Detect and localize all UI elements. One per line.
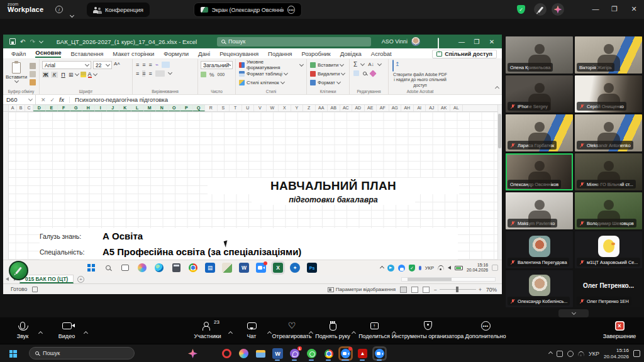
italic-button[interactable]: К bbox=[51, 72, 58, 78]
info-icon[interactable]: i bbox=[55, 6, 63, 13]
format-painter-icon[interactable] bbox=[30, 79, 36, 85]
chat-button[interactable]: Чат bbox=[236, 320, 267, 339]
zoom-app-icon[interactable] bbox=[256, 263, 266, 273]
clock[interactable]: 15:1620.04.2026 bbox=[467, 263, 488, 273]
tab-formulas[interactable]: Формули bbox=[164, 50, 189, 57]
security-shield-icon[interactable]: ✓ bbox=[517, 5, 525, 14]
align-right-icon[interactable]: ≡ bbox=[149, 70, 152, 77]
video-options-chevron[interactable] bbox=[84, 326, 87, 337]
number-format-combo[interactable]: Загальний bbox=[201, 61, 233, 69]
edge-icon[interactable] bbox=[154, 263, 164, 273]
column-header[interactable]: U bbox=[242, 105, 255, 111]
notification-icon[interactable] bbox=[633, 350, 640, 357]
language-indicator[interactable]: УКР bbox=[589, 351, 599, 357]
end-meeting-button[interactable]: × Завершение bbox=[599, 320, 640, 339]
font-color-icon[interactable]: А bbox=[88, 72, 92, 78]
tray-chevron-icon[interactable] bbox=[548, 351, 553, 356]
tray-icon[interactable] bbox=[557, 351, 563, 357]
telegram-icon[interactable] bbox=[387, 265, 394, 272]
column-header[interactable]: C bbox=[25, 105, 33, 111]
zoom-in-icon[interactable]: + bbox=[479, 287, 482, 293]
column-header[interactable]: AJ bbox=[426, 105, 438, 111]
more-participants-button[interactable] bbox=[558, 309, 589, 317]
column-header[interactable]: AE bbox=[365, 105, 377, 111]
insert-function-icon[interactable]: fx bbox=[59, 97, 64, 103]
font-size-combo[interactable]: 22 bbox=[93, 61, 112, 69]
new-sheet-icon[interactable]: + bbox=[77, 276, 84, 283]
conditional-formatting-button[interactable]: Умовне форматування bbox=[239, 61, 303, 69]
copilot-icon[interactable] bbox=[137, 263, 147, 273]
format-as-table-button[interactable]: Формат таблиці bbox=[239, 70, 303, 77]
video-button[interactable]: Видео bbox=[49, 320, 84, 339]
normal-view-icon[interactable] bbox=[400, 287, 407, 293]
copilot-button[interactable] bbox=[187, 348, 198, 359]
acrobat-icon[interactable]: ▲ bbox=[357, 348, 368, 359]
align-bottom-icon[interactable]: ≡ bbox=[149, 62, 152, 68]
fill-color-icon[interactable] bbox=[80, 72, 86, 77]
vertical-scrollbar-thumb[interactable] bbox=[498, 114, 501, 148]
tab-conference[interactable]: Конференция bbox=[87, 3, 150, 17]
viber-icon[interactable]: 1 bbox=[289, 348, 300, 359]
column-header[interactable]: S bbox=[218, 105, 230, 111]
tab-home[interactable]: Основне bbox=[35, 49, 61, 58]
participant-tile[interactable]: Валентина Перегудова bbox=[506, 231, 573, 268]
app-icon[interactable]: ✦ bbox=[290, 263, 300, 273]
font-name-combo[interactable]: Arial bbox=[42, 61, 91, 69]
autosum-icon[interactable]: Σ bbox=[353, 61, 357, 68]
fill-icon[interactable] bbox=[353, 70, 359, 76]
column-header[interactable]: B bbox=[17, 105, 25, 111]
excel-search-box[interactable]: Пошук bbox=[217, 37, 371, 47]
column-header[interactable]: F bbox=[58, 105, 70, 111]
clock[interactable]: 15:1620.04.2026 bbox=[604, 348, 629, 359]
participant-tile[interactable]: Сергій Онищенко bbox=[575, 75, 642, 112]
share-workbook-button[interactable]: Спільний доступ bbox=[432, 50, 497, 58]
column-header[interactable]: Y bbox=[291, 105, 304, 111]
wrap-text-icon[interactable] bbox=[162, 62, 170, 68]
taskbar-search[interactable]: Пошук bbox=[29, 347, 135, 359]
column-header[interactable]: L bbox=[131, 105, 144, 111]
antivirus-icon[interactable]: ✓ bbox=[409, 265, 415, 272]
tab-file[interactable]: Файл bbox=[11, 50, 26, 57]
word-icon[interactable]: W bbox=[272, 348, 283, 359]
undo-icon[interactable]: ↶ bbox=[20, 38, 25, 45]
currency-icon[interactable] bbox=[201, 72, 206, 77]
zoom-meeting-icon-active[interactable] bbox=[340, 348, 351, 359]
column-header[interactable]: I bbox=[95, 105, 108, 111]
raise-hand-button[interactable]: Поднять руку bbox=[312, 320, 353, 339]
column-header[interactable]: AL bbox=[450, 105, 463, 111]
chevron-down-icon[interactable] bbox=[70, 8, 74, 19]
zoom-tray-icon[interactable] bbox=[398, 265, 405, 272]
mic-tray-icon[interactable] bbox=[419, 266, 421, 270]
column-header[interactable]: X bbox=[279, 105, 291, 111]
file-explorer-icon[interactable] bbox=[255, 348, 266, 359]
tab-screen-share[interactable]: Экран (Олександр Овсянніков) ••• bbox=[194, 3, 302, 17]
chrome-icon[interactable] bbox=[323, 348, 334, 359]
tab-review[interactable]: Рецензування bbox=[219, 50, 258, 57]
participant-tile[interactable]: Вікторія Жигірь bbox=[575, 36, 642, 74]
column-header[interactable]: O bbox=[169, 105, 181, 111]
align-middle-icon[interactable]: ≡ bbox=[142, 62, 145, 68]
page-break-view-icon[interactable] bbox=[423, 287, 430, 293]
task-view-icon[interactable] bbox=[120, 263, 130, 273]
opera-icon[interactable] bbox=[221, 348, 232, 359]
borders-icon[interactable]: ⊞ bbox=[69, 72, 74, 78]
comma-style-icon[interactable]: 000 bbox=[218, 72, 225, 77]
ai-companion-icon[interactable] bbox=[552, 3, 564, 16]
orientation-icon[interactable]: ⌁ bbox=[155, 62, 158, 68]
page-layout-view-icon[interactable] bbox=[411, 287, 418, 293]
participants-chevron[interactable] bbox=[229, 326, 232, 337]
annotation-button[interactable] bbox=[9, 261, 28, 280]
whatsapp-icon[interactable] bbox=[306, 348, 317, 359]
participant-tile[interactable]: Олександр Кобилінсь... bbox=[506, 270, 573, 307]
zoom-out-icon[interactable]: − bbox=[434, 287, 437, 293]
column-header[interactable]: AK bbox=[438, 105, 451, 111]
column-header[interactable]: AG bbox=[389, 105, 402, 111]
tab-data[interactable]: Дані bbox=[198, 50, 210, 57]
more-button[interactable]: ••• Дополнительно bbox=[460, 320, 511, 339]
insert-cells-button[interactable]: Вставити bbox=[310, 61, 346, 69]
cut-icon[interactable] bbox=[30, 63, 36, 69]
calculator-icon[interactable] bbox=[171, 263, 181, 273]
photoshop-icon[interactable]: Ps bbox=[307, 263, 317, 273]
align-left-icon[interactable]: ≡ bbox=[136, 70, 138, 77]
participant-tile[interactable]: Oleksandr Antonenko bbox=[575, 114, 642, 151]
